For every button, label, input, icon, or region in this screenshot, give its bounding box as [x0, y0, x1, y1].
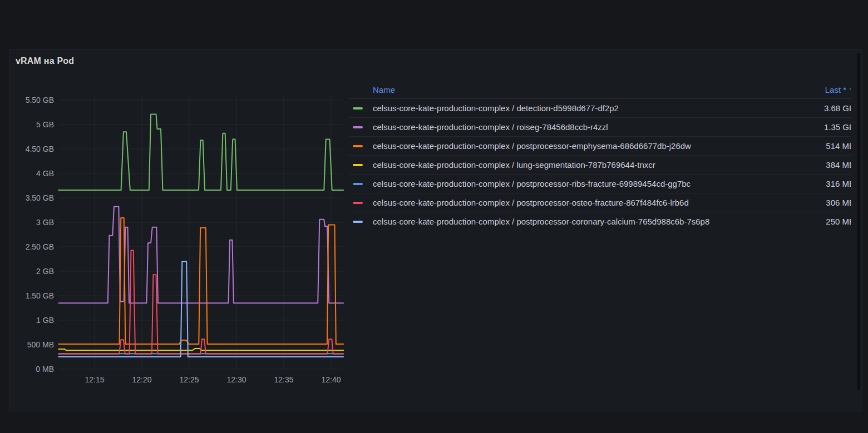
- series-color-swatch: [353, 183, 363, 185]
- y-axis-tick-label: 500 MB: [27, 340, 54, 349]
- y-axis-tick-label: 5.50 GB: [26, 96, 54, 104]
- legend-last-value: 250 MB: [819, 217, 851, 226]
- series-line-5: [58, 250, 343, 354]
- legend-table: Name Last * ↘ celsus-core-kate-productio…: [349, 81, 851, 229]
- x-axis-tick-label: 12:20: [132, 375, 151, 384]
- legend-series-name: celsus-core-kate-production-complex / po…: [373, 179, 691, 188]
- legend-series-name: celsus-core-kate-production-complex / po…: [373, 141, 691, 151]
- legend-row[interactable]: celsus-core-kate-production-complex / po…: [349, 212, 851, 229]
- y-axis-tick-label: 3 GB: [36, 218, 54, 227]
- sort-desc-icon: ↘: [849, 86, 851, 93]
- legend-row[interactable]: celsus-core-kate-production-complex / de…: [349, 99, 851, 118]
- x-axis-tick-label: 12:40: [321, 375, 341, 384]
- legend-column-name[interactable]: Name: [373, 85, 395, 94]
- scrollbar[interactable]: [857, 53, 860, 390]
- legend-header: Name Last * ↘: [349, 81, 851, 99]
- y-axis-tick-label: 1.50 GB: [26, 291, 54, 300]
- y-axis-tick-label: 4.50 GB: [26, 145, 54, 153]
- legend-row[interactable]: celsus-core-kate-production-complex / po…: [349, 193, 851, 212]
- panel-title[interactable]: vRAM на Pod: [16, 56, 74, 66]
- series-line-2: [58, 218, 343, 344]
- series-color-swatch: [353, 221, 363, 223]
- series-color-swatch: [353, 145, 363, 147]
- legend-rows: celsus-core-kate-production-complex / de…: [349, 99, 851, 229]
- series-line-6: [58, 261, 343, 357]
- time-series-chart[interactable]: 5.50 GB5 GB4.50 GB4 GB3.50 GB3 GB2.50 GB…: [11, 89, 353, 392]
- legend-last-value: 306 MB: [819, 198, 851, 207]
- legend-series-name: celsus-core-kate-production-complex / po…: [373, 198, 689, 207]
- legend-column-last[interactable]: Last * ↘: [825, 85, 851, 94]
- legend-last-value: 3.68 GB: [817, 103, 851, 113]
- x-axis-tick-label: 12:35: [274, 375, 293, 384]
- dashboard-background: { "panel": { "title": "vRAM на Pod" }, "…: [0, 0, 868, 433]
- y-axis-tick-label: 4 GB: [36, 169, 54, 178]
- legend-series-name: celsus-core-kate-production-complex / po…: [373, 217, 709, 226]
- legend-last-value: 384 MB: [819, 160, 851, 170]
- legend-last-value: 1.35 GB: [817, 122, 851, 132]
- legend-last-value: 514 MB: [819, 141, 851, 151]
- legend-row[interactable]: celsus-core-kate-production-complex / ro…: [349, 118, 851, 137]
- legend-row[interactable]: celsus-core-kate-production-complex / lu…: [349, 156, 851, 175]
- y-axis-tick-label: 0 MB: [36, 365, 54, 374]
- y-axis-tick-label: 2 GB: [36, 267, 54, 276]
- series-color-swatch: [353, 164, 363, 166]
- legend-column-last-label: Last *: [825, 85, 846, 94]
- y-axis-tick-label: 2.50 GB: [26, 242, 54, 251]
- y-axis-tick-label: 1 GB: [36, 316, 54, 325]
- series-line-1: [58, 207, 343, 303]
- legend-series-name: celsus-core-kate-production-complex / lu…: [373, 160, 655, 170]
- series-line-0: [58, 115, 343, 190]
- legend-row[interactable]: celsus-core-kate-production-complex / po…: [349, 175, 851, 193]
- legend-last-value: 316 MB: [819, 179, 851, 188]
- legend-series-name: celsus-core-kate-production-complex / de…: [373, 103, 619, 113]
- y-axis-tick-label: 3.50 GB: [26, 193, 54, 202]
- legend-series-name: celsus-core-kate-production-complex / ro…: [373, 122, 608, 132]
- x-axis-tick-label: 12:15: [85, 375, 104, 384]
- series-color-swatch: [353, 126, 363, 128]
- series-color-swatch: [353, 107, 363, 110]
- y-axis-tick-label: 5 GB: [36, 120, 54, 129]
- x-axis-tick-label: 12:25: [179, 375, 199, 384]
- legend-row[interactable]: celsus-core-kate-production-complex / po…: [349, 137, 851, 156]
- series-color-swatch: [353, 202, 363, 204]
- x-axis-tick-label: 12:30: [226, 375, 246, 384]
